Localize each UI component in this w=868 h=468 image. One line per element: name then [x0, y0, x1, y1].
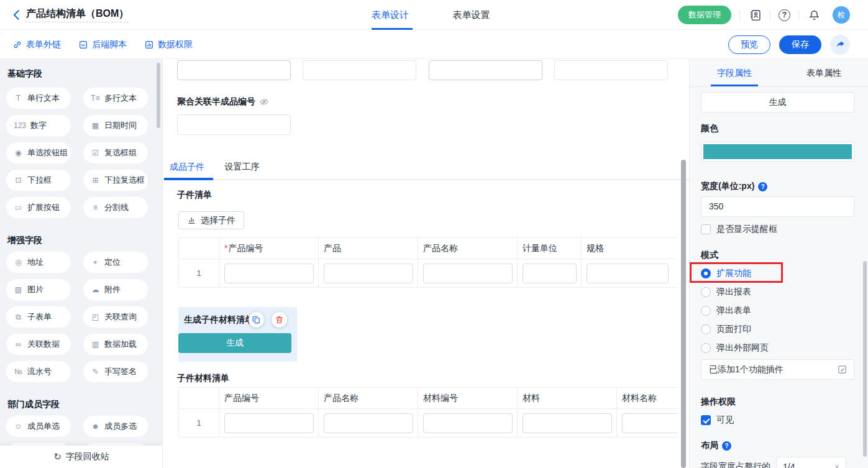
bar-chart-icon [187, 216, 196, 225]
toolbar-link-data-permission[interactable]: 数据权限 [144, 39, 193, 50]
tab-form-settings[interactable]: 表单设置 [452, 0, 490, 30]
tab-form-properties[interactable]: 表单属性 [779, 59, 868, 86]
generate-button[interactable]: 生成 [178, 333, 291, 353]
reminder-checkbox[interactable] [701, 224, 711, 234]
help-icon[interactable]: ? [779, 9, 790, 21]
top-header: 产品结构清单（BOM） 表单设计 表单设置 数据管理 ? 检 [0, 0, 868, 30]
field-item-serial-number[interactable]: №流水号 [6, 361, 71, 382]
sidebar-section-title: 增强字段 [7, 233, 162, 247]
mode-label: 模式 [701, 250, 718, 261]
field-item-location[interactable]: ⌖定位 [83, 252, 148, 273]
toolbar-link-backend-script[interactable]: 后端脚本 [78, 39, 127, 50]
cell-input[interactable] [523, 413, 612, 433]
member-multi-icon: ☻ [91, 422, 100, 431]
cell-input[interactable] [587, 264, 669, 283]
visible-checkbox[interactable] [701, 415, 711, 425]
cell-input[interactable] [423, 264, 513, 283]
help-icon[interactable]: ? [758, 182, 767, 191]
field-item-radio-group[interactable]: ◉单选按钮组 [6, 142, 71, 163]
color-picker[interactable] [701, 142, 854, 162]
color-swatch [703, 144, 852, 159]
tab-field-properties[interactable]: 字段属性 [690, 59, 779, 86]
canvas-scrollbar[interactable] [681, 160, 686, 468]
mode-option[interactable]: 页面打印 [701, 320, 769, 339]
hidden-field-input[interactable] [177, 114, 291, 135]
cell-input[interactable] [224, 413, 314, 433]
subform2-table: 产品编号产品名称材料编号材料材料名称1 [178, 387, 677, 438]
sidebar-scrollbar[interactable] [157, 63, 160, 128]
plugin-field[interactable]: 已添加1个功能插件 [701, 359, 854, 380]
cell-input[interactable] [324, 264, 413, 283]
avatar[interactable]: 检 [833, 6, 850, 24]
sidebar-section-title: 基础字段 [7, 67, 162, 80]
header-actions: 数据管理 ? 检 [678, 0, 850, 30]
field-item-linked-query[interactable]: ◰关联查询 [83, 306, 148, 328]
field-item-member-multi[interactable]: ☻成员多选 [83, 416, 148, 437]
copy-widget-button[interactable] [249, 312, 264, 328]
canvas-input[interactable] [303, 60, 416, 80]
field-item-single-line-text[interactable]: T单行文本 [6, 88, 71, 109]
field-item-divider-line[interactable]: ≡分割线 [83, 197, 148, 218]
linked-data-icon: ∞ [14, 340, 23, 349]
field-item-image[interactable]: ▧图片 [6, 279, 71, 300]
radio-icon [701, 268, 711, 278]
save-button[interactable]: 保存 [779, 35, 821, 54]
field-item-attachment[interactable]: ☁附件 [83, 279, 148, 300]
field-item-multi-line-text[interactable]: T≡多行文本 [83, 88, 148, 109]
field-item-number[interactable]: 123数字 [6, 115, 71, 136]
contacts-icon[interactable] [748, 8, 762, 22]
field-item-member-single[interactable]: ☺成员单选 [6, 416, 71, 437]
width-input[interactable]: 350 [701, 196, 854, 217]
back-button[interactable] [10, 8, 24, 22]
bell-icon[interactable] [807, 8, 821, 22]
field-recycle-bin[interactable]: ↻ 字段回收站 [0, 446, 163, 468]
cell-input[interactable] [423, 413, 513, 433]
field-item-data-load[interactable]: ▥数据加载 [83, 334, 148, 355]
tab-form-design[interactable]: 表单设计 [372, 0, 409, 30]
data-manage-button[interactable]: 数据管理 [678, 6, 731, 24]
toolbar-link-form-external-link[interactable]: 表单外链 [12, 39, 61, 50]
properties-tabs: 字段属性 表单属性 [690, 59, 868, 87]
canvas-tabs: 成品子件 设置工序 [170, 157, 259, 178]
field-item-dropdown-multi[interactable]: ⊞下拉复选框 [83, 170, 148, 191]
layout-width-select[interactable]: 1/4 ∨ [776, 457, 846, 468]
mode-option[interactable]: 弹出表单 [701, 301, 769, 320]
column-header: 材料名称 [617, 388, 677, 408]
layout-width-row: 字段宽度占整行的 1/4 ∨ [701, 457, 846, 468]
properties-scrollbar[interactable] [863, 261, 867, 457]
field-item-subform[interactable]: ⧉子表单 [6, 306, 71, 328]
field-item-extend-button[interactable]: ▭扩展按钮 [6, 197, 71, 218]
select-subpart-button[interactable]: 选择子件 [178, 211, 244, 229]
radio-group-icon: ◉ [14, 149, 23, 157]
mode-option[interactable]: 弹出报表 [701, 283, 769, 301]
field-item-date-time[interactable]: ▦日期时间 [83, 115, 148, 136]
cell-input[interactable] [324, 413, 413, 433]
chevron-down-icon: ∨ [834, 462, 839, 468]
field-item-dropdown[interactable]: ⊡下拉框 [6, 170, 71, 191]
button-text-input[interactable]: 生成 [701, 92, 854, 112]
help-icon[interactable]: ? [722, 441, 731, 451]
field-item-checkbox-group[interactable]: ☑复选框组 [83, 142, 148, 163]
delete-widget-button[interactable] [272, 312, 287, 328]
tab-process-setup[interactable]: 设置工序 [224, 157, 259, 176]
cell-input[interactable] [622, 413, 677, 433]
canvas-input[interactable] [429, 60, 542, 80]
canvas-input[interactable] [177, 60, 291, 80]
edit-icon[interactable] [837, 364, 847, 375]
sidebar-sections: 基础字段T单行文本T≡多行文本123数字▦日期时间◉单选按钮组☑复选框组⊡下拉框… [0, 59, 162, 464]
column-header: 材料 [518, 388, 617, 408]
canvas-input[interactable] [554, 60, 668, 80]
cell-input[interactable] [224, 264, 314, 283]
selected-button-widget[interactable]: 生成子件材料清单 生成 [178, 307, 297, 362]
mode-option[interactable]: 扩展功能 [701, 264, 769, 283]
field-item-linked-data[interactable]: ∞关联数据 [6, 334, 71, 355]
share-button[interactable] [830, 35, 850, 55]
mode-option[interactable]: 弹出外部网页 [701, 339, 769, 357]
required-asterisk: * [224, 243, 227, 253]
field-item-handwritten-signature[interactable]: ✎手写签名 [83, 361, 148, 382]
preview-button[interactable]: 预览 [728, 35, 770, 54]
field-item-address[interactable]: ◎地址 [6, 252, 71, 273]
tab-finished-subparts[interactable]: 成品子件 [170, 157, 204, 176]
cell-input[interactable] [523, 264, 577, 283]
form-toolbar: 表单外链后端脚本数据权限 预览 保存 [0, 30, 868, 59]
